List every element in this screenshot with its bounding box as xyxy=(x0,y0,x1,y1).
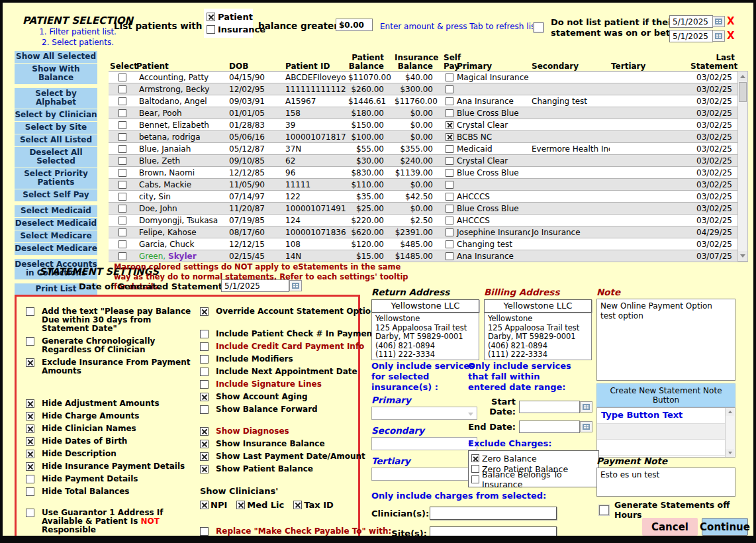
note-list-scrollbar[interactable] xyxy=(725,408,735,457)
cell-self_pay[interactable] xyxy=(442,240,455,248)
self-pay-checkbox[interactable] xyxy=(446,85,453,93)
start-date-input[interactable] xyxy=(519,401,580,413)
checkbox-generate-chronologically-regardless-of-clinician[interactable] xyxy=(26,337,34,346)
self-pay-checkbox[interactable] xyxy=(446,240,453,248)
table-row[interactable]: Accounting, Patty04/15/90ABCDEFIloveyo$1… xyxy=(109,72,748,83)
checkbox-tax-id[interactable] xyxy=(293,501,302,509)
calendar-icon[interactable] xyxy=(289,280,302,291)
column-header-insurance-balance[interactable]: Insurance Balance xyxy=(393,54,442,71)
table-row[interactable]: Felipe, Kahose08/17/60100001071836$620.0… xyxy=(109,226,748,238)
self-pay-checkbox[interactable] xyxy=(446,228,453,236)
self-pay-checkbox[interactable] xyxy=(446,252,453,260)
patient-balance-option[interactable]: Patient xyxy=(207,11,249,23)
statement-to-date-input[interactable] xyxy=(669,30,713,42)
cell-self_pay[interactable] xyxy=(442,74,455,81)
sidebar-button-select-by-site[interactable]: Select by Site xyxy=(15,122,97,134)
note-button-item-empty[interactable] xyxy=(597,440,735,456)
sidebar-button-select-by-alphabet[interactable]: Select by Alphabet xyxy=(15,88,97,109)
clear-date-icon[interactable] xyxy=(727,31,735,41)
cell-self_pay[interactable] xyxy=(442,169,455,177)
tertiary-insurance-dropdown[interactable] xyxy=(371,468,477,481)
sidebar-button-deselect-medicaid[interactable]: Deselect Medicaid xyxy=(15,218,97,230)
checkbox-med-lic[interactable] xyxy=(236,501,245,509)
cell-self_pay[interactable] xyxy=(442,252,455,260)
sidebar-button-select-medicare[interactable]: Select Medicare xyxy=(15,230,97,242)
generated-date-input[interactable] xyxy=(221,279,289,292)
cell-select[interactable] xyxy=(109,74,135,81)
insurance-checkbox[interactable] xyxy=(207,25,215,34)
row-select-checkbox[interactable] xyxy=(118,240,126,248)
cell-self_pay[interactable] xyxy=(442,97,455,105)
column-header-secondary[interactable]: Secondary xyxy=(530,62,610,71)
calendar-icon[interactable] xyxy=(580,401,592,413)
row-select-checkbox[interactable] xyxy=(118,157,126,165)
row-select-checkbox[interactable] xyxy=(118,85,126,93)
cell-self_pay[interactable] xyxy=(442,133,455,141)
table-row[interactable]: Bear, Pooh01/01/05158$180.00$0.00Blue Cr… xyxy=(109,107,748,119)
row-select-checkbox[interactable] xyxy=(118,109,126,117)
cell-select[interactable] xyxy=(109,228,135,236)
checkbox-hide-description[interactable] xyxy=(26,450,34,458)
checkbox-hide-dates-of-birth[interactable] xyxy=(26,437,34,446)
self-pay-checkbox[interactable] xyxy=(446,109,453,117)
checkbox-hide-payment-details[interactable] xyxy=(26,475,34,483)
cell-select[interactable] xyxy=(109,205,135,213)
scrollbar-thumb[interactable] xyxy=(739,82,747,102)
self-pay-checkbox[interactable] xyxy=(446,97,453,105)
checkbox-hide-total-balances[interactable] xyxy=(26,487,34,496)
checkbox-show-patient-balance[interactable] xyxy=(200,465,209,473)
row-select-checkbox[interactable] xyxy=(118,205,126,213)
cell-select[interactable] xyxy=(109,85,135,93)
cell-select[interactable] xyxy=(109,133,135,141)
exclude-option-zero-balance[interactable]: Zero Balance xyxy=(471,453,596,464)
table-row[interactable]: Green, Skyler02/15/4514N$15.00$1485.00An… xyxy=(109,250,748,262)
site-input[interactable] xyxy=(430,526,557,540)
cell-self_pay[interactable] xyxy=(442,181,455,189)
row-select-checkbox[interactable] xyxy=(118,252,126,260)
column-header-tertiary[interactable]: Tertiary xyxy=(610,62,689,71)
row-select-checkbox[interactable] xyxy=(118,193,126,201)
checkbox-include-patient-check-in-payment-details[interactable] xyxy=(200,330,209,338)
sidebar-button-show-all-selected[interactable]: Show All Selected xyxy=(15,51,97,63)
cell-select[interactable] xyxy=(109,145,135,153)
billing-address-dropdown[interactable]: Yellowstone LLC xyxy=(484,299,592,313)
clinician-option-npi[interactable]: NPI xyxy=(200,500,227,510)
table-row[interactable]: Garcia, Chuck12/12/15108$120.00$485.00Ch… xyxy=(109,238,748,250)
table-row[interactable]: betana, rodriga05/06/16100001071817$100.… xyxy=(109,131,748,143)
checkbox-hide-insurance-payment-details[interactable] xyxy=(26,462,34,471)
secondary-insurance-dropdown[interactable] xyxy=(371,437,477,450)
cell-select[interactable] xyxy=(109,157,135,165)
sidebar-button-select-priority-patients[interactable]: Select Priority Patients xyxy=(15,168,97,189)
checkbox-include-signature-lines[interactable] xyxy=(200,380,209,389)
table-row[interactable]: Blue, Zeth09/10/8562$30.00$240.00Crystal… xyxy=(109,155,748,167)
cell-select[interactable] xyxy=(109,181,135,189)
scroll-up-icon[interactable] xyxy=(738,72,747,81)
sidebar-button-select-by-clinician[interactable]: Select by Clinician xyxy=(15,109,97,121)
checkbox-show-insurance-balance[interactable] xyxy=(200,440,209,448)
column-header-primary[interactable]: Primary xyxy=(455,62,530,71)
table-row[interactable]: Baltodano, Angel09/03/91A15967$1446.61$1… xyxy=(109,95,748,107)
continue-button[interactable]: Continue xyxy=(702,518,748,536)
payment-note-textarea[interactable]: Esto es un test xyxy=(596,468,735,497)
table-row[interactable]: Domyongji, Tsukasa07/19/85124$220.00$2.5… xyxy=(109,215,748,226)
table-row[interactable]: Brown, Naomi12/12/8596$830.00$1139.00Blu… xyxy=(109,167,748,179)
create-note-button[interactable]: Create New Statement Note Button xyxy=(596,383,735,407)
table-row[interactable]: Blue, Janaiah05/12/8737N$55.00$355.00Med… xyxy=(109,143,748,155)
sidebar-button-select-self-pay[interactable]: Select Self Pay xyxy=(15,189,97,201)
column-header-select[interactable]: Select xyxy=(109,62,135,71)
self-pay-checkbox[interactable] xyxy=(446,74,453,81)
off-hours-checkbox[interactable] xyxy=(599,505,609,515)
table-scrollbar[interactable] xyxy=(737,71,748,262)
replace-payable-input[interactable] xyxy=(216,538,365,543)
insurance-balance-option[interactable]: Insurance xyxy=(207,23,249,36)
scroll-down-icon[interactable] xyxy=(738,251,747,261)
primary-insurance-dropdown[interactable] xyxy=(371,407,477,420)
calendar-icon[interactable] xyxy=(712,30,725,42)
row-select-checkbox[interactable] xyxy=(118,133,126,141)
table-row[interactable]: Bennet, Elizabeth01/28/8339$150.00$0.00C… xyxy=(109,119,748,131)
row-select-checkbox[interactable] xyxy=(118,181,126,189)
checkbox-add-the-text-please-pay-balance-due-within-30-days-from-statement-date[interactable] xyxy=(26,307,34,316)
cell-select[interactable] xyxy=(109,169,135,177)
self-pay-checkbox[interactable] xyxy=(446,145,453,153)
row-select-checkbox[interactable] xyxy=(118,145,126,153)
